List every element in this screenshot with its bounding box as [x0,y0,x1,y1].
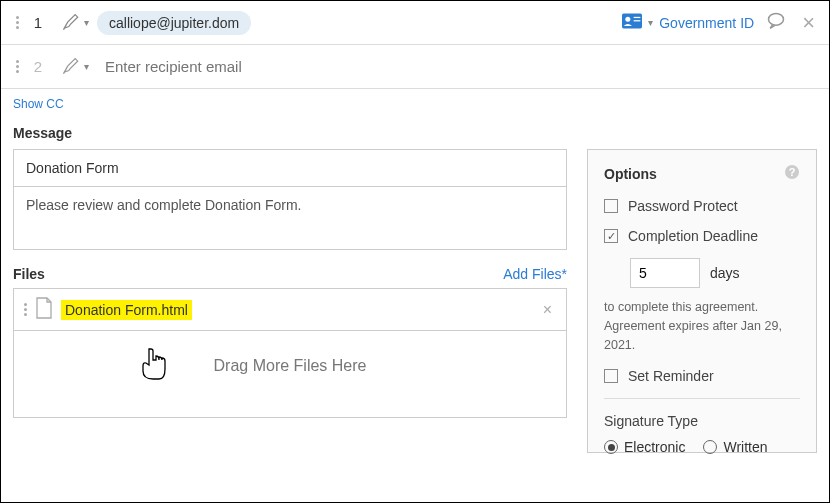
remove-recipient-button[interactable]: × [798,12,819,34]
svg-rect-2 [634,17,641,18]
signer-role-dropdown[interactable]: ▾ [53,57,97,77]
id-card-icon [622,13,642,32]
radio-selected-icon [604,440,618,454]
deadline-days-input[interactable] [630,258,700,288]
private-message-icon[interactable] [766,11,786,34]
options-panel: Options ? Password Protect Completion De… [587,149,817,453]
signature-written-radio[interactable]: Written [703,439,767,455]
left-column: Message Donation Form Please review and … [13,119,567,453]
document-icon [35,297,53,322]
deadline-note: to complete this agreement. Agreement ex… [604,298,800,354]
svg-point-4 [769,14,784,26]
recipient-email-input[interactable] [97,57,819,76]
chevron-down-icon: ▾ [84,17,89,28]
message-subject-input[interactable]: Donation Form [14,150,566,187]
add-files-link[interactable]: Add Files* [503,266,567,282]
checkbox-unchecked-icon [604,199,618,213]
message-box: Donation Form Please review and complete… [13,149,567,250]
agreement-compose-panel: 1 ▾ calliope@jupiter.dom ▾ [0,0,830,503]
recipient-row-2: 2 ▾ [1,45,829,89]
signature-electronic-radio[interactable]: Electronic [604,439,685,455]
chevron-down-icon: ▾ [648,17,653,28]
signature-type-label: Signature Type [604,413,800,429]
recipient-number: 1 [23,14,53,31]
files-section-label: Files [13,266,45,282]
identity-verification-dropdown[interactable]: ▾ Government ID [622,13,754,32]
password-protect-option[interactable]: Password Protect [604,198,800,214]
radio-unselected-icon [703,440,717,454]
recipient-number: 2 [23,58,53,75]
identity-label: Government ID [659,15,754,31]
divider [604,398,800,399]
svg-rect-3 [634,20,641,21]
remove-file-button[interactable]: × [539,301,556,319]
checkbox-checked-icon [604,229,618,243]
signature-type-group: Electronic Written [604,439,800,455]
svg-point-1 [626,17,631,22]
recipient-row-1: 1 ▾ calliope@jupiter.dom ▾ [1,1,829,45]
file-name: Donation Form.html [61,300,192,320]
drag-handle-icon[interactable] [11,60,23,73]
set-reminder-option[interactable]: Set Reminder [604,368,800,384]
drag-handle-icon[interactable] [24,303,27,316]
signer-role-dropdown[interactable]: ▾ [53,13,97,33]
recipient-email-chip[interactable]: calliope@jupiter.dom [97,11,251,35]
drag-handle-icon[interactable] [11,16,23,29]
pen-icon [61,13,81,33]
file-row[interactable]: Donation Form.html × [14,289,566,331]
option-label: Password Protect [628,198,738,214]
pen-icon [61,57,81,77]
options-title: Options [604,166,657,182]
option-label: Set Reminder [628,368,714,384]
right-column: Options ? Password Protect Completion De… [587,119,817,453]
svg-text:?: ? [789,166,796,178]
help-icon[interactable]: ? [784,164,800,184]
checkbox-unchecked-icon [604,369,618,383]
option-label: Completion Deadline [628,228,758,244]
chevron-down-icon: ▾ [84,61,89,72]
message-body-input[interactable]: Please review and complete Donation Form… [14,187,566,249]
days-label: days [710,265,740,281]
show-cc-link[interactable]: Show CC [1,89,829,119]
completion-deadline-option[interactable]: Completion Deadline [604,228,800,244]
files-box: Donation Form.html × Drag More Files Her… [13,288,567,418]
file-drop-zone[interactable]: Drag More Files Here [14,331,566,417]
message-section-label: Message [13,125,567,141]
